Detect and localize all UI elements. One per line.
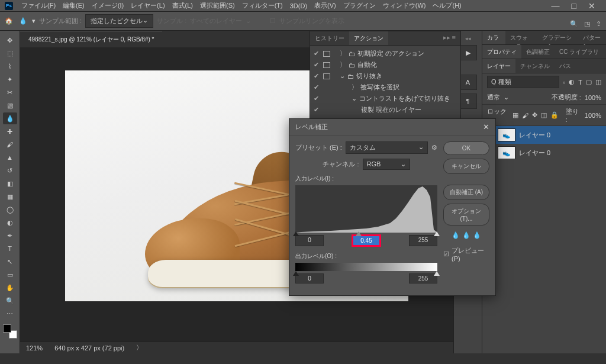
paths-tab[interactable]: パス: [555, 59, 576, 73]
layer-name[interactable]: レイヤー 0: [519, 149, 550, 157]
eyedropper-tool[interactable]: 💧: [3, 112, 17, 124]
crop-tool[interactable]: ✂: [3, 86, 17, 98]
filter-adj-icon[interactable]: ◐: [569, 78, 575, 86]
action-set-auto[interactable]: 自動化: [357, 60, 377, 69]
blur-tool[interactable]: ◯: [3, 204, 17, 215]
histogram[interactable]: [295, 185, 437, 233]
channel-select[interactable]: RGB⌄: [363, 159, 410, 170]
pen-tool[interactable]: ✒: [3, 230, 17, 241]
opacity-value[interactable]: 100%: [585, 94, 601, 101]
white-eyedropper-icon[interactable]: 💧: [473, 231, 481, 239]
gradient-tool[interactable]: ▦: [3, 191, 17, 202]
history-tab[interactable]: ヒストリー: [310, 31, 349, 45]
shape-tool[interactable]: ▭: [3, 269, 17, 281]
color-tab[interactable]: カラー: [482, 31, 505, 44]
menu-filter[interactable]: フィルター(T): [238, 1, 286, 10]
filter-shape-icon[interactable]: ▢: [586, 78, 592, 86]
play-panel-icon[interactable]: ▶: [459, 45, 477, 60]
window-close[interactable]: ✕: [582, 1, 601, 11]
action-set-crop[interactable]: 切り抜き: [356, 72, 382, 80]
menu-image[interactable]: イメージ(I): [88, 1, 127, 10]
panel-collapse-icon[interactable]: ▸▸ ≡: [439, 31, 460, 45]
dodge-tool[interactable]: ◐: [3, 217, 17, 228]
gradient-tab[interactable]: グラデーション: [537, 31, 578, 44]
history-brush-tool[interactable]: ↺: [3, 165, 17, 176]
lock-nest-icon[interactable]: ◫: [541, 111, 547, 119]
wand-tool[interactable]: ✦: [3, 73, 17, 85]
menu-3d[interactable]: 3D(D): [286, 2, 311, 9]
gray-eyedropper-icon[interactable]: 💧: [462, 231, 470, 239]
brush-tool[interactable]: 🖌: [3, 138, 17, 150]
midtone-input[interactable]: 0.45: [352, 235, 381, 246]
black-eyedropper-icon[interactable]: 💧: [452, 231, 460, 239]
preview-checkbox[interactable]: ☑: [443, 250, 449, 258]
filter-pixel-icon[interactable]: ▫: [563, 79, 565, 86]
cancel-button[interactable]: キャンセル: [443, 159, 489, 174]
action-contrast-crop[interactable]: コントラストをあげて切り抜き: [359, 94, 450, 103]
layer-filter[interactable]: Q 種類: [487, 76, 559, 88]
sample-range-select[interactable]: 指定したピクセル ⌄: [85, 14, 153, 28]
output-gradient[interactable]: [295, 263, 437, 271]
move-tool[interactable]: ✥: [3, 34, 17, 46]
window-restore[interactable]: □: [566, 1, 582, 11]
output-black-input[interactable]: 0: [295, 273, 324, 284]
action-set-default[interactable]: 初期設定 のアクション: [357, 49, 424, 58]
action-dup-layer[interactable]: 複製 現在のレイヤー: [361, 105, 421, 114]
menu-layer[interactable]: レイヤー(L): [127, 1, 168, 10]
dialog-close-icon[interactable]: ✕: [483, 123, 489, 131]
action-select-subject[interactable]: 被写体を選択: [360, 83, 399, 92]
menu-edit[interactable]: 編集(E): [59, 1, 88, 10]
menu-type[interactable]: 書式(L): [169, 1, 196, 10]
output-shadow-slider[interactable]: [293, 271, 299, 276]
pattern-tab[interactable]: パターン: [578, 31, 606, 44]
shadow-input[interactable]: 0: [295, 235, 324, 246]
type-tool[interactable]: T: [3, 243, 17, 255]
menu-help[interactable]: ヘルプ(H): [429, 1, 465, 10]
actions-tab[interactable]: アクション: [349, 31, 388, 45]
workspace-icon[interactable]: ◳: [584, 20, 590, 28]
color-swatch[interactable]: [3, 324, 17, 339]
menu-view[interactable]: 表示(V): [311, 1, 340, 10]
output-white-input[interactable]: 255: [409, 273, 437, 284]
eyedropper-icon[interactable]: 💧: [18, 16, 28, 27]
cclib-tab[interactable]: CC ライブラリ: [555, 45, 604, 59]
layer-name[interactable]: レイヤー 0: [519, 131, 550, 140]
lock-all-icon[interactable]: 🔒: [550, 111, 559, 119]
options-button[interactable]: オプション(T)...: [443, 204, 489, 226]
properties-tab[interactable]: プロパティ: [482, 45, 521, 59]
layers-tab[interactable]: レイヤー: [482, 59, 515, 73]
path-tool[interactable]: ↖: [3, 256, 17, 268]
filter-type-icon[interactable]: T: [578, 79, 582, 86]
lock-trans-icon[interactable]: ▦: [512, 111, 518, 119]
filter-smart-icon[interactable]: ◫: [595, 78, 601, 86]
swatch-tab[interactable]: スウォッチ: [505, 31, 537, 44]
highlight-input[interactable]: 255: [409, 235, 437, 246]
menu-window[interactable]: ウィンドウ(W): [379, 1, 430, 10]
edit-toolbar[interactable]: ⋯: [3, 308, 17, 320]
layer-item-0-copy[interactable]: 👁 👟 レイヤー 0: [482, 126, 606, 144]
stamp-tool[interactable]: ▲: [3, 152, 17, 163]
layer-item-0[interactable]: 👁 👟 レイヤー 0: [482, 144, 606, 162]
output-highlight-slider[interactable]: [434, 271, 440, 276]
window-minimize[interactable]: ―: [546, 1, 566, 11]
menu-file[interactable]: ファイル(F): [18, 1, 59, 10]
marquee-tool[interactable]: ⬚: [3, 47, 17, 59]
type-panel-icon[interactable]: A: [459, 75, 477, 90]
highlight-slider[interactable]: [434, 231, 440, 236]
home-icon[interactable]: 🏠: [4, 16, 14, 27]
channels-tab[interactable]: チャンネル: [515, 59, 555, 73]
adjustments-tab[interactable]: 色調補正: [521, 45, 555, 59]
fill-value[interactable]: 100%: [585, 112, 601, 119]
menu-select[interactable]: 選択範囲(S): [196, 1, 238, 10]
blend-mode[interactable]: 通常: [487, 93, 500, 102]
zoom-level[interactable]: 121%: [26, 344, 43, 352]
search-icon[interactable]: 🔍: [570, 20, 578, 28]
hand-tool[interactable]: ✋: [3, 282, 17, 294]
menu-plugin[interactable]: プラグイン: [340, 1, 379, 10]
preset-select[interactable]: カスタム⌄: [346, 141, 428, 154]
gear-icon[interactable]: ⚙: [431, 144, 437, 152]
shadow-slider[interactable]: [293, 231, 299, 236]
zoom-tool[interactable]: 🔍: [3, 295, 17, 307]
auto-button[interactable]: 自動補正 (A): [443, 185, 489, 200]
lock-pos-icon[interactable]: ✥: [532, 111, 537, 119]
